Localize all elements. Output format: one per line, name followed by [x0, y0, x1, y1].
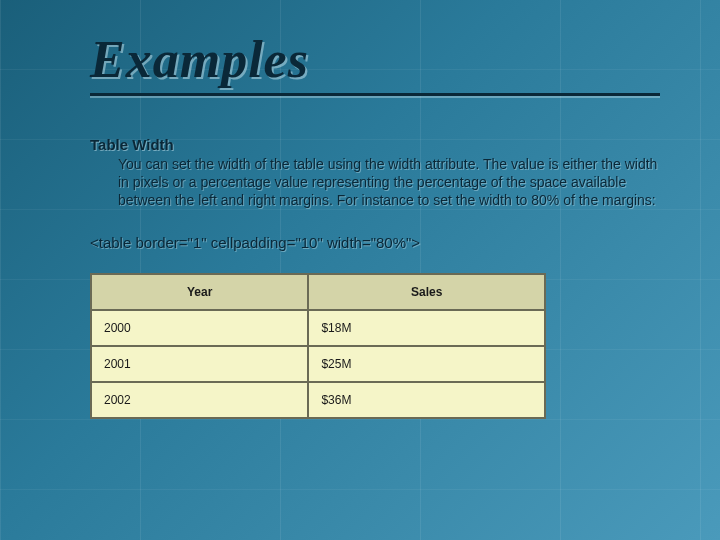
cell-sales: $25M	[308, 346, 545, 382]
table-row: 2000 $18M	[91, 310, 545, 346]
table-header-row: Year Sales	[91, 274, 545, 310]
body-text: You can set the width of the table using…	[90, 155, 660, 210]
table-header-year: Year	[91, 274, 308, 310]
body-text-content: You can set the width of the table using…	[118, 156, 657, 208]
cell-sales: $18M	[308, 310, 545, 346]
cell-year: 2002	[91, 382, 308, 418]
table-header-sales: Sales	[308, 274, 545, 310]
cell-year: 2001	[91, 346, 308, 382]
code-example: <table border="1" cellpadding="10" width…	[90, 234, 660, 251]
slide: Examples Table Width You can set the wid…	[0, 0, 720, 540]
cell-sales: $36M	[308, 382, 545, 418]
slide-title: Examples	[90, 30, 660, 89]
title-underline	[90, 93, 660, 96]
table-row: 2001 $25M	[91, 346, 545, 382]
cell-year: 2000	[91, 310, 308, 346]
section-heading: Table Width	[90, 136, 660, 153]
example-table-wrap: Year Sales 2000 $18M 2001 $25M 2002 $36M	[90, 273, 660, 419]
table-row: 2002 $36M	[91, 382, 545, 418]
example-table: Year Sales 2000 $18M 2001 $25M 2002 $36M	[90, 273, 546, 419]
